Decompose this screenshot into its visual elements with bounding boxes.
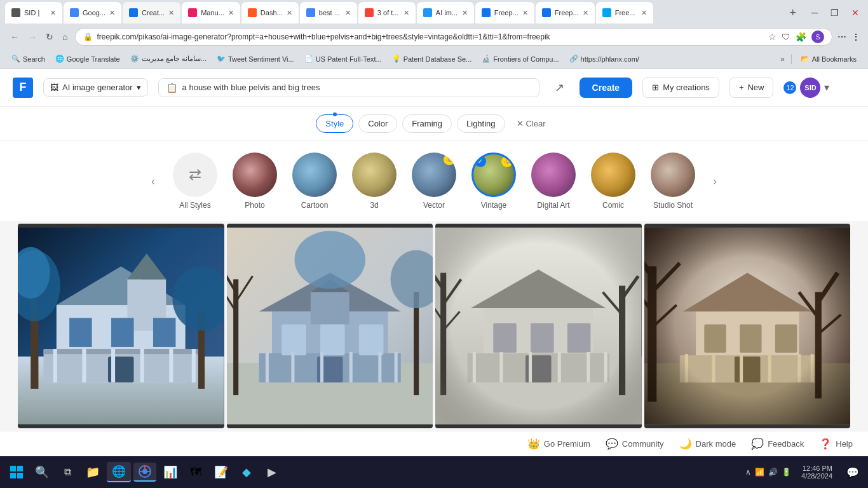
tab-close-3of[interactable]: ✕ [403,9,409,17]
style-3d[interactable]: 3d [352,152,397,210]
style-studio-shot[interactable]: Studio Shot [651,152,695,210]
browser-tab-freep2[interactable]: Freep... ✕ [536,2,595,24]
bookmark-search[interactable]: 🔍 Search [8,53,49,65]
tab-favicon-3of [365,8,374,17]
extensions-button[interactable]: ⋯ [837,32,846,42]
create-button[interactable]: Create [580,78,633,98]
tab-close-best[interactable]: ✕ [345,9,351,17]
bookmark-management[interactable]: ⚙️ سامانه جامع مدیریت... [126,53,210,65]
tab-close-freep2[interactable]: ✕ [583,9,588,17]
task-view-button[interactable]: ⧉ [56,461,79,484]
browser-tab-msfree[interactable]: Free... ✕ [596,2,653,24]
gallery-prev-button[interactable]: ‹ [146,172,160,191]
new-tab-button[interactable]: + [786,6,801,20]
image-cell-2[interactable] [227,224,433,428]
browser-tab-google[interactable]: Goog... ✕ [64,2,121,24]
style-vintage[interactable]: 👑 ✓ Vintage [471,152,516,210]
browser-tab-best[interactable]: best ... ✕ [300,2,357,24]
start-button[interactable] [5,461,28,484]
excel-taskbar-button[interactable]: 📊 [159,461,182,484]
user-avatar[interactable]: SID [800,78,820,98]
bookmark-star-icon[interactable]: ☆ [768,32,776,42]
tab-close-freep1[interactable]: ✕ [522,9,528,17]
bookmark-translate[interactable]: 🌐 Google Translate [51,53,124,65]
style-digital-art[interactable]: Digital Art [531,152,576,210]
search-box[interactable]: 📋 [158,78,539,97]
svg-rect-10 [153,318,175,347]
profile-icon[interactable]: S [811,30,824,43]
extension-icon[interactable]: 🧩 [796,32,806,42]
media-taskbar-button[interactable]: ▶ [261,461,283,484]
browser-tab-manu[interactable]: Manu... ✕ [182,2,240,24]
chrome-taskbar-button[interactable] [133,463,156,482]
image-cell-3[interactable] [435,224,642,428]
generator-select[interactable]: 🖼 AI image generator ▾ [43,78,148,97]
tab-close-creat[interactable]: ✕ [168,9,174,17]
tab-close-sid[interactable]: ✕ [50,9,56,17]
edge2-taskbar-button[interactable]: ◆ [235,461,258,484]
up-arrow-icon[interactable]: ∧ [745,468,751,477]
maps-taskbar-button[interactable]: 🗺 [184,461,207,484]
feedback-button[interactable]: 💭 Feedback [751,438,804,450]
close-button[interactable]: ✕ [848,8,863,18]
browser-tab-dash[interactable]: Dash... ✕ [241,2,299,24]
volume-icon[interactable]: 🔊 [768,468,778,477]
freepik-logo[interactable]: F [13,78,33,98]
lighting-filter-button[interactable]: Lighting [457,114,505,133]
tab-close-ai[interactable]: ✕ [462,9,468,17]
share-button[interactable]: ↗ [550,78,569,97]
browser-tab-creat[interactable]: Creat... ✕ [123,2,180,24]
browser-tab-ai[interactable]: AI im... ✕ [417,2,474,24]
style-photo[interactable]: Photo [233,152,277,210]
search-taskbar-button[interactable]: 🔍 [31,461,53,484]
gallery-next-button[interactable]: › [708,172,722,191]
style-comic[interactable]: Comic [591,152,635,210]
more-button[interactable]: ⋮ [851,32,860,42]
framing-filter-button[interactable]: Framing [402,114,452,133]
clock-display[interactable]: 12:46 PM 4/28/2024 [796,462,837,482]
my-creations-button[interactable]: ⊞ My creations [642,77,719,98]
bookmark-patent-db[interactable]: 💡 Patent Database Se... [388,53,476,65]
minimize-button[interactable]: ─ [808,8,822,18]
bookmark-patent[interactable]: 📄 US Patent Full-Text... [301,53,386,65]
home-button[interactable]: ⌂ [60,30,70,43]
image-cell-4[interactable] [644,224,851,428]
word-icon: 📝 [214,465,228,479]
browser-tab-freep1[interactable]: Freep... ✕ [475,2,534,24]
forward-button[interactable]: → [25,30,39,43]
help-button[interactable]: ❓ Help [819,438,853,450]
color-filter-button[interactable]: Color [358,114,397,133]
clear-button[interactable]: ✕ Clear [510,115,552,132]
tab-close-manu[interactable]: ✕ [228,9,234,17]
go-premium-button[interactable]: 👑 Go Premium [527,438,590,450]
tab-close-msfree[interactable]: ✕ [641,9,647,17]
browser-tab-3of[interactable]: 3 of t... ✕ [358,2,416,24]
maximize-button[interactable]: ❐ [827,8,843,18]
prompt-input[interactable] [182,83,531,92]
chevron-down-icon[interactable]: ▾ [824,81,829,93]
reload-button[interactable]: ↻ [43,30,56,43]
style-all-styles[interactable]: ⇄ All Styles [173,152,217,210]
bookmark-tweet[interactable]: 🐦 Tweet Sentiment Vi... [213,53,298,65]
style-filter-button[interactable]: Style [316,114,353,133]
style-cartoon[interactable]: Cartoon [292,152,337,210]
word-taskbar-button[interactable]: 📝 [210,461,233,484]
dark-mode-button[interactable]: 🌙 Dark mode [679,438,736,450]
file-explorer-button[interactable]: 📁 [81,461,104,484]
tab-close-google[interactable]: ✕ [109,9,115,17]
browser-tab-sid[interactable]: SID | ✕ [5,2,62,24]
style-vector[interactable]: 👑 Vector [412,152,456,210]
bookmark-phlanx[interactable]: 🔗 https://phlanx.com/ [566,53,643,65]
address-input-box[interactable]: 🔒 freepik.com/pikaso/ai-image-generator?… [75,28,832,46]
image-cell-1[interactable] [18,224,224,428]
svg-rect-98 [17,466,23,471]
community-button[interactable]: 💬 Community [606,438,664,450]
notification-button[interactable]: 💬 [843,462,863,482]
bookmarks-folder[interactable]: 📂 All Bookmarks [797,53,860,64]
back-button[interactable]: ← [8,30,22,43]
edge-taskbar-button[interactable]: 🌐 [107,462,131,482]
tab-close-dash[interactable]: ✕ [287,9,292,17]
new-button[interactable]: + New [729,77,774,98]
bookmark-frontiers[interactable]: 🔬 Frontiers of Compu... [478,53,562,65]
bookmarks-more-button[interactable]: » [776,53,789,65]
